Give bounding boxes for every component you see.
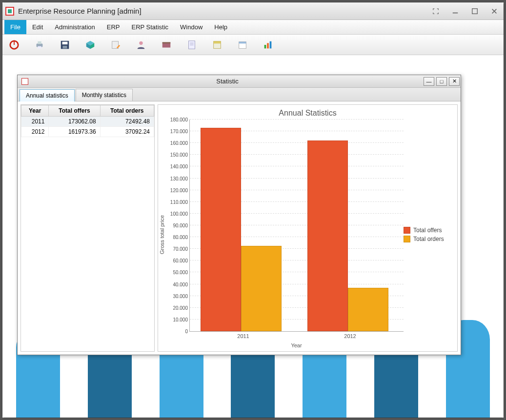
y-tick-label: 50.000 xyxy=(173,270,190,275)
legend-item-offers: Total offers xyxy=(404,227,454,234)
bar-total-orders-2011 xyxy=(241,246,282,331)
content-split: Year Total offers Total orders 2011 1730… xyxy=(18,101,461,355)
power-icon xyxy=(9,40,20,50)
y-tick-label: 30.000 xyxy=(173,293,190,299)
catalog-button[interactable] xyxy=(161,39,172,51)
close-icon xyxy=(491,8,498,15)
menu-window[interactable]: Window xyxy=(174,20,208,34)
tab-strip: Annual statistics Monthly statistics xyxy=(18,88,461,101)
workspace: Statistic — □ ✕ Annual statistics Monthl… xyxy=(2,55,504,418)
svg-rect-9 xyxy=(62,45,67,48)
tab-monthly-statistics[interactable]: Monthly statistics xyxy=(76,89,133,101)
y-tick-label: 130.000 xyxy=(170,176,190,181)
x-tick-label: 2011 xyxy=(237,331,249,339)
inner-app-icon xyxy=(21,78,28,85)
toolbar xyxy=(2,35,504,55)
x-axis-label: Year xyxy=(166,332,404,351)
inner-close-button[interactable]: ✕ xyxy=(449,77,460,86)
svg-rect-1 xyxy=(472,8,478,14)
menu-erp-statistic[interactable]: ERP Statistic xyxy=(125,20,174,34)
svg-rect-16 xyxy=(162,42,171,43)
chart-legend: Total offers Total orders xyxy=(404,118,457,351)
y-tick-label: 170.000 xyxy=(170,129,190,134)
minimize-icon xyxy=(452,8,459,15)
y-tick-label: 10.000 xyxy=(173,317,190,322)
document-button[interactable] xyxy=(186,39,198,51)
svg-rect-23 xyxy=(239,41,246,43)
inner-titlebar: Statistic — □ ✕ xyxy=(18,75,461,88)
svg-rect-6 xyxy=(38,46,41,48)
legend-label-offers: Total offers xyxy=(413,227,442,234)
orders-icon xyxy=(212,40,223,50)
tab-annual-statistics[interactable]: Annual statistics xyxy=(20,89,75,101)
table-row[interactable]: 2011 173062.08 72492.48 xyxy=(21,117,154,127)
maximize-button[interactable] xyxy=(468,5,481,18)
statistics-table[interactable]: Year Total offers Total orders 2011 1730… xyxy=(21,105,154,137)
svg-rect-24 xyxy=(264,45,266,48)
user-button[interactable] xyxy=(135,39,147,51)
bar-total-offers-2012 xyxy=(307,140,348,331)
y-tick-label: 0 xyxy=(185,329,190,334)
cell-year: 2011 xyxy=(21,117,49,127)
save-button[interactable] xyxy=(59,39,71,51)
calendar-icon xyxy=(237,40,248,50)
inner-maximize-button[interactable]: □ xyxy=(436,77,447,86)
chart-plot-area: 010.00020.00030.00040.00050.00060.00070.… xyxy=(189,120,404,332)
bar-total-offers-2011 xyxy=(201,128,241,331)
close-button[interactable] xyxy=(488,5,501,18)
legend-swatch-orders xyxy=(404,236,410,242)
cell-orders: 37092.24 xyxy=(100,127,154,137)
y-tick-label: 80.000 xyxy=(173,235,190,240)
svg-rect-21 xyxy=(214,41,221,43)
y-tick-label: 150.000 xyxy=(170,152,190,158)
chart-button[interactable] xyxy=(262,39,274,51)
svg-point-14 xyxy=(139,41,142,44)
app-icon xyxy=(5,7,14,16)
orders-button[interactable] xyxy=(211,39,223,51)
y-tick-label: 120.000 xyxy=(170,187,190,193)
menu-administration[interactable]: Administration xyxy=(49,20,101,34)
y-tick-label: 90.000 xyxy=(173,223,190,228)
fullscreen-button[interactable] xyxy=(429,5,442,18)
th-total-orders[interactable]: Total orders xyxy=(100,105,154,117)
svg-rect-26 xyxy=(270,41,272,48)
menu-help[interactable]: Help xyxy=(208,20,233,34)
inner-title: Statistic xyxy=(32,78,423,85)
y-tick-label: 40.000 xyxy=(173,281,190,287)
svg-rect-0 xyxy=(453,12,458,13)
table-row[interactable]: 2012 161973.36 37092.24 xyxy=(21,127,154,137)
x-tick-label: 2012 xyxy=(344,331,356,339)
y-tick-label: 70.000 xyxy=(173,246,190,252)
print-button[interactable] xyxy=(34,39,45,51)
chart-pane: Annual Statistics Gross total price 010.… xyxy=(158,104,458,352)
menu-erp[interactable]: ERP xyxy=(101,20,126,34)
y-tick-label: 110.000 xyxy=(170,199,190,204)
box-button[interactable] xyxy=(84,39,96,51)
inner-minimize-button[interactable]: — xyxy=(424,77,434,86)
menu-file[interactable]: File xyxy=(4,20,26,34)
legend-label-orders: Total orders xyxy=(413,236,444,242)
save-icon xyxy=(60,40,70,50)
cell-year: 2012 xyxy=(21,127,49,137)
edit-icon xyxy=(110,40,121,50)
svg-rect-3 xyxy=(14,40,15,44)
menu-edit[interactable]: Edit xyxy=(26,20,49,34)
y-tick-label: 60.000 xyxy=(173,258,190,263)
bar-total-orders-2012 xyxy=(348,288,388,331)
y-tick-label: 180.000 xyxy=(170,117,190,122)
fullscreen-icon xyxy=(432,8,439,15)
svg-rect-25 xyxy=(267,43,269,48)
legend-swatch-offers xyxy=(404,227,410,234)
th-total-offers[interactable]: Total offers xyxy=(49,105,100,117)
power-button[interactable] xyxy=(8,39,20,51)
y-tick-label: 100.000 xyxy=(170,211,190,216)
titlebar: Enterprise Resource Planning [admin] xyxy=(2,2,504,20)
app-window: Enterprise Resource Planning [admin] Fil… xyxy=(2,2,504,418)
cell-offers: 173062.08 xyxy=(49,117,100,127)
minimize-button[interactable] xyxy=(449,5,462,18)
chart-icon xyxy=(263,40,273,50)
th-year[interactable]: Year xyxy=(21,105,49,117)
calendar-button[interactable] xyxy=(237,39,248,51)
edit-button[interactable] xyxy=(110,39,121,51)
svg-rect-5 xyxy=(38,41,41,44)
